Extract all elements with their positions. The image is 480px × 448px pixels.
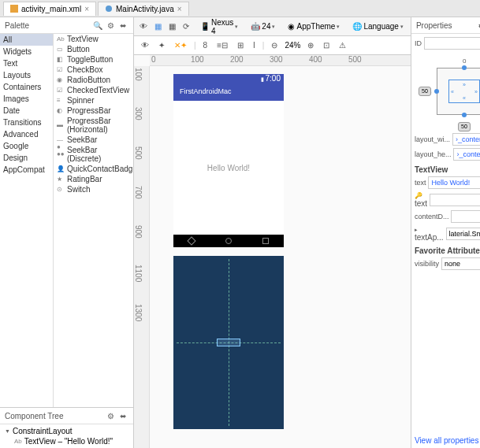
gear-icon[interactable]: ⚙ [105, 20, 116, 31]
expand-icon[interactable]: ▸ [415, 227, 418, 232]
id-input[interactable] [424, 37, 480, 50]
category-google[interactable]: Google [0, 140, 53, 152]
expand-icon[interactable]: ▼ [5, 428, 10, 434]
text-input[interactable] [428, 176, 480, 189]
widget-item[interactable]: ★RatingBar [54, 174, 133, 184]
error-icon[interactable]: ⚠ [337, 39, 348, 51]
widget-item[interactable]: ▬ProgressBar (Horizontal) [54, 116, 133, 135]
blueprint-preview[interactable] [173, 256, 284, 429]
tab-activity-main[interactable]: activity_main.xml × [3, 2, 96, 16]
constraint-inspector[interactable]: 0 0 0 » « « » 50 50 [425, 56, 480, 127]
tree-item-root[interactable]: ▼ ConstraintLayout [2, 426, 132, 436]
autoconnect-icon[interactable]: ✕✦ [172, 39, 189, 51]
widget-item[interactable]: ◉RadioButton [54, 75, 133, 85]
widget-icon: ●● [57, 150, 65, 158]
widget-item[interactable]: ◧ToggleButton [54, 54, 133, 65]
api-dropdown[interactable]: 🤖 24 ▾ [247, 20, 279, 33]
constraint-handle[interactable] [462, 65, 467, 70]
category-design[interactable]: Design [0, 152, 53, 164]
collapse-icon[interactable]: ⬌ [117, 20, 128, 31]
category-advanced[interactable]: Advanced [0, 128, 53, 140]
category-images[interactable]: Images [0, 93, 53, 105]
expand-icon[interactable]: ⇄ [476, 20, 480, 31]
language-dropdown[interactable]: 🌐 Language ▾ [348, 20, 407, 33]
widget-item[interactable]: ⊙Switch [54, 184, 133, 194]
category-transitions[interactable]: Transitions [0, 117, 53, 128]
layout-height-input[interactable] [453, 148, 480, 161]
widget-item[interactable]: 👤QuickContactBadge [54, 164, 133, 174]
widget-item[interactable]: ☑CheckBox [54, 65, 133, 75]
contentd-input[interactable] [451, 210, 480, 223]
view-all-link[interactable]: View all properties ⇄ [411, 433, 480, 448]
widget-icon: Ab [57, 35, 65, 43]
design-toolbar-2: 👁 ✦ ✕✦ | 8 ≡⊟ ⊞ I | ⊖ 24% ⊕ ⊡ ⚠ [134, 36, 411, 55]
category-all[interactable]: All [0, 34, 53, 46]
text-label: text [415, 179, 426, 187]
select-icon[interactable]: 👁 [139, 39, 151, 51]
zoom-in-icon[interactable]: ⊕ [305, 39, 316, 51]
search-icon[interactable]: 🔍 [92, 20, 103, 31]
pack-icon[interactable]: ⊞ [235, 39, 246, 51]
blueprint-textview[interactable] [217, 339, 240, 346]
properties-title: Properties [416, 21, 452, 30]
design-mode-icon[interactable]: ▦ [152, 20, 164, 32]
zoom-out-icon[interactable]: ⊖ [269, 39, 280, 51]
category-appcompat[interactable]: AppCompat [0, 164, 53, 176]
margin-icon[interactable]: 8 [201, 39, 210, 51]
chevron-down-icon: ▾ [235, 24, 238, 30]
orientation-icon[interactable]: ⟳ [180, 20, 192, 32]
section-textview: TextView [415, 165, 480, 174]
app-bar: FirstAndroidMac [173, 83, 284, 101]
widget-item[interactable]: ≡Spinner [54, 95, 133, 106]
center-panel: 👁 ▦ ▦ ⟳ 📱 Nexus 4 ▾ 🤖 24 ▾ ◉ AppTheme ▾ [134, 17, 411, 448]
tab-main-activity[interactable]: MainActivity.java × [98, 2, 189, 16]
align-icon[interactable]: ≡⊟ [214, 39, 230, 51]
visibility-input[interactable] [441, 257, 480, 270]
widget-item[interactable]: ◐ProgressBar [54, 106, 133, 116]
widget-item[interactable]: —●SeekBar [54, 135, 133, 145]
constraint-handle[interactable] [434, 89, 439, 94]
fit-icon[interactable]: ⊡ [321, 39, 332, 51]
blueprint-mode-icon[interactable]: ▦ [166, 20, 178, 32]
category-layouts[interactable]: Layouts [0, 69, 53, 81]
close-icon[interactable]: × [84, 5, 89, 13]
android-icon: 🤖 [251, 22, 260, 31]
category-containers[interactable]: Containers [0, 81, 53, 93]
preview-textview[interactable]: Hello World! [207, 164, 250, 172]
left-panel: Palette 🔍 ⚙ ⬌ AllWidgetsTextLayoutsConta… [0, 17, 134, 448]
widget-item[interactable]: AbTextView [54, 34, 133, 44]
widget-item[interactable]: ●●SeekBar (Discrete) [54, 145, 133, 164]
palette-header: Palette 🔍 ⚙ ⬌ [0, 17, 133, 34]
category-text[interactable]: Text [0, 57, 53, 69]
chevron-down-icon: ▾ [337, 24, 340, 30]
widget-item[interactable]: ▭Button [54, 44, 133, 54]
category-widgets[interactable]: Widgets [0, 46, 53, 57]
design-canvas[interactable]: 0100200300400500 10030050070090011001300… [134, 55, 411, 448]
component-tree: Component Tree ⚙ ⬌ ▼ ConstraintLayout Ab… [0, 407, 133, 448]
textap-input[interactable] [446, 228, 480, 240]
category-date[interactable]: Date [0, 105, 53, 117]
guidelines-icon[interactable]: I [251, 39, 258, 51]
close-icon[interactable]: × [177, 5, 182, 13]
device-dropdown[interactable]: 📱 Nexus 4 ▾ [196, 16, 242, 38]
tree-item-textview[interactable]: Ab TextView – "Hello World!" [2, 436, 132, 446]
widget-icon: ▭ [57, 46, 65, 54]
collapse-icon[interactable]: ⬌ [117, 410, 128, 421]
theme-icon: ◉ [288, 22, 295, 31]
vbias-slider[interactable]: 50 [419, 87, 431, 96]
text2-input[interactable] [430, 194, 480, 206]
chevron-icon: « [463, 95, 466, 101]
pan-icon[interactable]: ✦ [156, 39, 167, 51]
hbias-slider[interactable]: 50 [458, 122, 471, 131]
layout-width-input[interactable] [452, 133, 480, 146]
gear-icon[interactable]: ⚙ [105, 410, 116, 421]
chevron-down-icon: ▾ [400, 24, 404, 30]
ruler-vertical: 10030050070090011001300 [134, 66, 150, 448]
device-preview[interactable]: ▮ 7:00 FirstAndroidMac Hello World! [173, 74, 284, 247]
constraint-handle[interactable] [462, 113, 467, 117]
theme-dropdown[interactable]: ◉ AppTheme ▾ [284, 20, 344, 33]
widget-icon: ⊙ [57, 186, 65, 194]
widget-item[interactable]: ☑CheckedTextView [54, 85, 133, 95]
widget-icon: ☑ [57, 87, 65, 94]
eye-icon[interactable]: 👁 [137, 20, 150, 32]
